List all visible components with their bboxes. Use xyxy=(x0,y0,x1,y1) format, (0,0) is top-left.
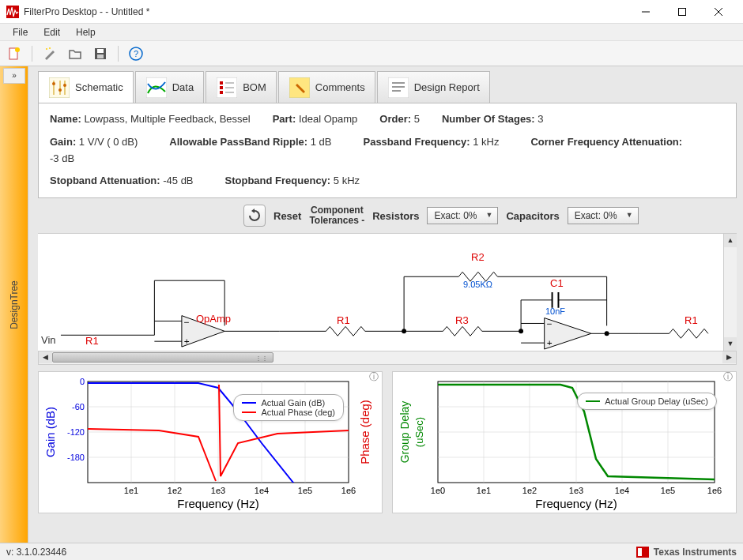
svg-text:1e1: 1e1 xyxy=(477,486,491,495)
plot2-help-icon[interactable]: ⓘ xyxy=(723,370,733,384)
plot1-ylabel-right: Phase (deg) xyxy=(358,400,372,464)
comp-c1-val: 10nF xyxy=(545,306,565,316)
corner-value: -3 dB xyxy=(50,151,74,167)
scroll-down-icon[interactable]: ▼ xyxy=(724,337,737,351)
svg-text:-120: -120 xyxy=(67,427,85,437)
svg-rect-2 xyxy=(679,8,686,15)
svg-text:0: 0 xyxy=(80,377,85,386)
svg-rect-10 xyxy=(97,49,104,53)
toolbar-open-icon[interactable] xyxy=(66,44,85,63)
svg-text:1e4: 1e4 xyxy=(615,486,629,495)
scroll-right-icon[interactable]: ▶ xyxy=(722,351,736,363)
toolbar-help-icon[interactable]: ? xyxy=(126,44,145,63)
svg-rect-103 xyxy=(638,548,642,556)
svg-text:+: + xyxy=(547,337,553,348)
data-icon xyxy=(145,77,168,99)
comp-c1: C1 xyxy=(550,277,564,289)
reset-button[interactable] xyxy=(243,205,266,227)
svg-text:Frequency (Hz): Frequency (Hz) xyxy=(535,497,617,510)
plot1-legend: Actual Gain (dB) Actual Phase (deg) xyxy=(233,394,344,421)
svg-text:1e2: 1e2 xyxy=(168,486,182,495)
toolbar: ? xyxy=(0,41,743,66)
svg-text:1e3: 1e3 xyxy=(211,486,225,495)
toolbar-wizard-icon[interactable] xyxy=(40,44,59,63)
tab-data[interactable]: Data xyxy=(135,71,204,103)
ti-logo-icon xyxy=(636,547,649,558)
svg-text:1e5: 1e5 xyxy=(298,486,312,495)
group-delay-plot[interactable]: ⓘ Group Delay (uSec) 1e01e11e21e31e41e51… xyxy=(392,371,737,513)
passband-label: Passband Frequency: xyxy=(363,136,470,148)
svg-rect-23 xyxy=(220,81,223,85)
toolbar-new-icon[interactable] xyxy=(5,44,24,63)
plot1-help-icon[interactable]: ⓘ xyxy=(369,370,379,384)
part-label: Part: xyxy=(273,113,296,125)
schematic-vscroll[interactable]: ▲ ▼ xyxy=(723,234,737,351)
menu-file[interactable]: File xyxy=(5,25,36,39)
scroll-thumb[interactable]: ⋮⋮ xyxy=(52,352,273,363)
svg-text:1e6: 1e6 xyxy=(341,486,356,495)
stages-value: 3 xyxy=(537,113,543,125)
name-label: Name: xyxy=(50,113,81,125)
gain-label: Gain: xyxy=(50,136,76,148)
gain-phase-plot[interactable]: ⓘ 0-60-120-180 Gain (dB) Phase (deg) xyxy=(38,371,383,513)
scroll-left-icon[interactable]: ◀ xyxy=(39,351,52,363)
comp-r3: R3 xyxy=(455,314,469,326)
name-value: Lowpass, Multiple Feedback, Bessel xyxy=(84,113,250,125)
svg-rect-24 xyxy=(220,86,223,89)
tab-report[interactable]: Design Report xyxy=(377,71,490,103)
scroll-up-icon[interactable]: ▲ xyxy=(724,234,737,247)
toolbar-separator xyxy=(32,46,32,62)
sidebar-label[interactable]: DesignTree xyxy=(9,280,20,329)
capacitors-dropdown[interactable]: Exact: 0% xyxy=(568,207,639,224)
plot-row: ⓘ 0-60-120-180 Gain (dB) Phase (deg) xyxy=(38,371,737,513)
sidebar: » DesignTree xyxy=(0,66,28,543)
svg-rect-21 xyxy=(146,77,167,98)
stopband-freq-label: Stopband Frequency: xyxy=(225,175,331,186)
menu-help[interactable]: Help xyxy=(68,25,104,39)
titlebar: FilterPro Desktop - - Untitled * xyxy=(0,0,743,24)
tab-comments-label: Comments xyxy=(315,81,365,93)
svg-text:1e0: 1e0 xyxy=(431,486,445,495)
menu-edit[interactable]: Edit xyxy=(36,25,68,39)
maximize-button[interactable] xyxy=(664,0,700,24)
stopband-att-value: -45 dB xyxy=(163,175,193,186)
close-button[interactable] xyxy=(700,0,737,24)
tab-schematic[interactable]: Schematic xyxy=(38,71,134,103)
tab-bom[interactable]: BOM xyxy=(206,71,277,103)
svg-point-20 xyxy=(63,84,66,87)
comp-r2: R2 xyxy=(471,251,485,263)
svg-text:1e5: 1e5 xyxy=(661,486,675,495)
comp-r1a: R1 xyxy=(337,314,350,326)
tab-schematic-label: Schematic xyxy=(75,81,123,93)
svg-point-8 xyxy=(49,47,51,49)
toolbar-save-icon[interactable] xyxy=(91,44,110,63)
comp-r1-right: R1 xyxy=(685,314,698,326)
ripple-value: 1 dB xyxy=(311,136,332,148)
svg-rect-11 xyxy=(97,54,104,58)
svg-text:−: − xyxy=(547,319,553,330)
design-info-panel: Name: Lowpass, Multiple Feedback, Bessel… xyxy=(38,103,737,198)
schematic-svg: − + xyxy=(38,234,723,351)
reset-label: Reset xyxy=(273,210,301,222)
svg-text:-180: -180 xyxy=(67,453,85,462)
minimize-button[interactable] xyxy=(628,0,664,24)
capacitors-label: Capacitors xyxy=(506,210,559,222)
schematic-hscroll[interactable]: ◀ ⋮⋮ ▶ xyxy=(38,351,737,365)
toolbar-separator xyxy=(118,46,119,62)
comp-r2-val: 9.05KΩ xyxy=(463,280,492,289)
svg-rect-14 xyxy=(49,77,70,98)
brand-label: Texas Instruments xyxy=(636,547,737,558)
resistors-dropdown[interactable]: Exact: 0% xyxy=(427,207,498,224)
stages-label: Number Of Stages: xyxy=(442,113,535,125)
vin-label: Vin xyxy=(41,334,56,346)
schematic-viewport[interactable]: − + xyxy=(38,233,737,351)
tab-comments[interactable]: Comments xyxy=(278,71,375,103)
bom-icon xyxy=(216,77,238,99)
stopband-freq-value: 5 kHz xyxy=(334,175,360,186)
svg-text:1e4: 1e4 xyxy=(255,486,269,495)
control-bar: Reset ComponentTolerances - Resistors Ex… xyxy=(38,198,737,233)
comp-r1-left: R1 xyxy=(85,335,99,347)
sidebar-expand-button[interactable]: » xyxy=(3,68,25,84)
version-label: v: 3.1.0.23446 xyxy=(6,547,66,558)
window-title: FilterPro Desktop - - Untitled * xyxy=(24,6,628,17)
